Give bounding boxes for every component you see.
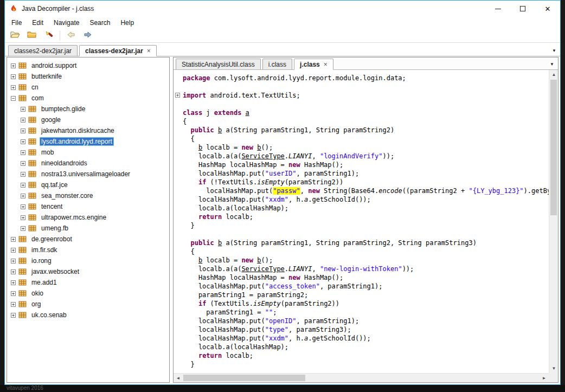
tree-item-umeng-fb[interactable]: +umeng.fb	[7, 223, 169, 234]
tab-label: StatisticAnalysisUtil.class	[182, 61, 255, 68]
jar-tab-list-dropdown-icon[interactable]: ▼	[552, 48, 556, 53]
tree-item-org[interactable]: +org	[7, 299, 169, 310]
collapse-icon[interactable]: −	[11, 96, 16, 101]
search-button[interactable]	[43, 30, 55, 42]
tree-item-com[interactable]: −com	[7, 93, 169, 104]
menu-item-help[interactable]: Help	[120, 19, 134, 27]
close-tab-icon[interactable]: ×	[147, 48, 151, 54]
class-tab-statisticanalysisutil-class[interactable]: StatisticAnalysisUtil.class	[176, 59, 261, 70]
scroll-right-icon[interactable]: ►	[540, 374, 549, 383]
forward-button[interactable]	[82, 30, 94, 42]
tree-item-sea-monster-core[interactable]: +sea_monster.core	[7, 190, 169, 201]
expand-icon[interactable]: +	[21, 161, 25, 166]
expand-icon[interactable]: +	[11, 237, 16, 242]
tree-item-android-support[interactable]: +android.support	[7, 60, 169, 71]
class-tab-i-class[interactable]: i.class	[262, 59, 292, 70]
package-icon	[18, 235, 27, 243]
tree-item-ultrapower-mcs-engine[interactable]: +ultrapower.mcs.engine	[7, 212, 169, 223]
close-tab-icon[interactable]: ×	[324, 61, 328, 68]
tree-item-jakewharton-disklrucache[interactable]: +jakewharton.disklrucache	[7, 125, 169, 136]
scroll-up-icon[interactable]: ▲	[549, 70, 558, 79]
expand-icon[interactable]: +	[11, 269, 16, 274]
expand-icon[interactable]: +	[21, 226, 25, 231]
expand-icon[interactable]: +	[11, 302, 16, 307]
package-icon	[28, 138, 37, 145]
tree-item-okio[interactable]: +okio	[7, 288, 169, 299]
search-icon	[44, 30, 54, 41]
package-icon	[18, 94, 27, 102]
vertical-scrollbar[interactable]: ▲ ▼	[549, 70, 558, 373]
menu-item-search[interactable]: Search	[89, 19, 110, 27]
back-button[interactable]	[65, 30, 77, 42]
expand-icon[interactable]: +	[21, 150, 25, 155]
tree-item-bumptech-glide[interactable]: +bumptech.glide	[7, 104, 169, 114]
close-button[interactable]: ✕	[535, 1, 560, 17]
horizontal-scrollbar[interactable]: ◄ ►	[174, 373, 549, 382]
menu-item-edit[interactable]: Edit	[32, 19, 43, 27]
expand-icon[interactable]: +	[21, 215, 25, 220]
toolbar	[5, 29, 560, 43]
maximize-button[interactable]	[510, 1, 535, 17]
code-line: paramString1 = paramString2;	[183, 291, 549, 299]
code-line: {	[183, 134, 549, 143]
tree-item-label: android.support	[30, 61, 78, 70]
class-tab-list-dropdown-icon[interactable]: ▼	[550, 62, 554, 67]
menu-item-file[interactable]: File	[11, 19, 22, 27]
expand-icon[interactable]: +	[21, 194, 25, 198]
tree-item-label: com	[30, 94, 46, 102]
jar-tab-classes2-dex2jar-jar[interactable]: classes2-dex2jar.jar	[8, 45, 78, 56]
code-line: localb.a(a(ServiceType.LIANYI, "new-logi…	[183, 265, 549, 273]
tree-item-de-greenrobot[interactable]: +de.greenrobot	[7, 234, 169, 245]
code-line: HashMap localHashMap = new HashMap();	[183, 160, 549, 169]
tree-item-javax-websocket[interactable]: +javax.websocket	[7, 266, 169, 277]
tree-item-io-rong[interactable]: +io.rong	[7, 255, 169, 266]
expand-icon[interactable]: +	[11, 74, 16, 79]
expand-icon[interactable]: +	[21, 139, 25, 144]
expand-icon[interactable]: +	[21, 172, 25, 177]
tree-item-cn[interactable]: +cn	[7, 82, 169, 93]
expand-icon[interactable]: +	[21, 204, 25, 209]
horizontal-scrollbar-thumb[interactable]	[183, 375, 305, 381]
tree-item-me-add1[interactable]: +me.add1	[7, 277, 169, 288]
jar-tab-bar: classes2-dex2jar.jarclasses-dex2jar.jar×…	[5, 43, 560, 56]
expand-icon[interactable]: +	[11, 63, 16, 68]
code-view[interactable]: package com.lysoft.android.lyyd.report.m…	[174, 70, 549, 373]
open-file-button[interactable]	[9, 30, 21, 42]
open-file-icon	[10, 30, 20, 41]
tree-item-lysoft-android-lyyd-report[interactable]: +lysoft.android.lyyd.report	[7, 136, 169, 147]
expand-icon[interactable]: +	[11, 280, 16, 285]
tree-item-label: nineoldandroids	[40, 159, 89, 168]
vertical-scrollbar-thumb[interactable]	[550, 80, 557, 215]
expand-icon[interactable]: +	[21, 118, 25, 123]
expand-icon[interactable]: +	[21, 183, 25, 188]
jar-tab-classes-dex2jar-jar[interactable]: classes-dex2jar.jar×	[79, 45, 157, 56]
scroll-down-icon[interactable]: ▼	[549, 364, 558, 373]
desktop: Java Decompiler - j.class ✕ FileEditNavi…	[0, 0, 565, 392]
menu-item-navigate[interactable]: Navigate	[54, 19, 79, 27]
tree-item-qq-taf-jce[interactable]: +qq.taf.jce	[7, 179, 169, 190]
expand-icon[interactable]: +	[11, 85, 16, 90]
fold-expand-icon[interactable]: +	[175, 93, 180, 98]
expand-icon[interactable]: +	[11, 259, 16, 264]
open-folder-button[interactable]	[26, 30, 38, 42]
tree-item-nostra13-universalimageloader[interactable]: +nostra13.universalimageloader	[7, 169, 169, 179]
expand-icon[interactable]: +	[11, 291, 16, 296]
minimize-button[interactable]	[485, 1, 510, 17]
tree-item-uk-co-senab[interactable]: +uk.co.senab	[7, 310, 169, 320]
class-tab-j-class[interactable]: j.class×	[294, 59, 333, 70]
tree-item-butterknife[interactable]: +butterknife	[7, 71, 169, 82]
expand-icon[interactable]: +	[21, 128, 25, 133]
tree-item-mob[interactable]: +mob	[7, 147, 169, 158]
tree-item-tencent[interactable]: +tencent	[7, 201, 169, 212]
tree-item-im-fir-sdk[interactable]: +im.fir.sdk	[7, 245, 169, 255]
package-icon	[28, 214, 37, 221]
tree-item-google[interactable]: +google	[7, 114, 169, 125]
expand-icon[interactable]: +	[21, 107, 25, 112]
scroll-left-icon[interactable]: ◄	[174, 374, 183, 383]
expand-icon[interactable]: +	[11, 313, 16, 318]
expand-icon[interactable]: +	[11, 248, 16, 253]
package-icon	[18, 311, 27, 319]
tree-item-nineoldandroids[interactable]: +nineoldandroids	[7, 158, 169, 169]
code-line: }	[183, 360, 549, 369]
tree-item-label: io.rong	[30, 256, 53, 265]
